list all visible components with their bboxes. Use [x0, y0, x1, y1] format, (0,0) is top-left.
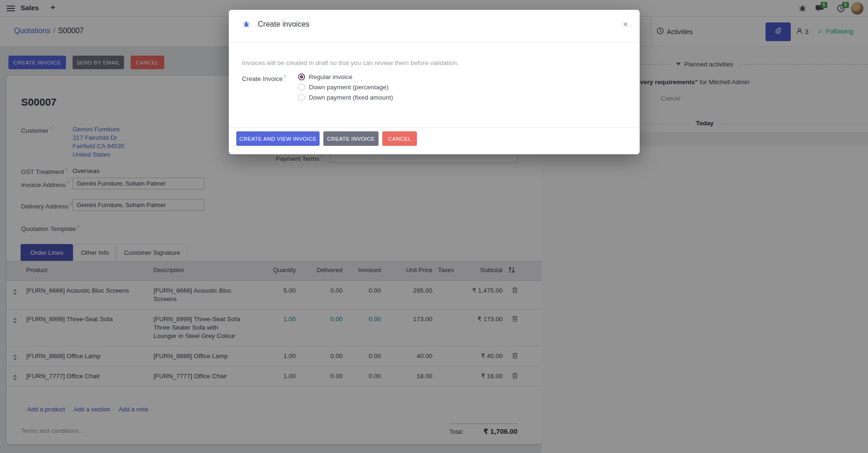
dialog-bug-icon	[243, 21, 250, 30]
create-and-view-invoice-button[interactable]: CREATE AND VIEW INVOICE	[236, 131, 320, 146]
radio-selected-icon	[298, 73, 305, 80]
dialog-title: Create invoices	[258, 20, 309, 29]
dialog-hint-text: Invoices will be created in draft so tha…	[242, 59, 459, 66]
radio-unselected-icon	[298, 84, 305, 91]
dialog-footer-divider	[229, 127, 640, 128]
modal-create-invoice-button[interactable]: CREATE INVOICE	[323, 131, 379, 146]
radio-down-payment-percentage[interactable]: Down payment (percentage)	[298, 84, 388, 91]
radio-down-payment-fixed[interactable]: Down payment (fixed amount)	[298, 94, 393, 101]
create-invoices-dialog: Create invoices × Invoices will be creat…	[229, 10, 640, 154]
radio-regular-invoice[interactable]: Regular invoice	[298, 73, 352, 80]
dialog-header-divider	[229, 42, 640, 43]
create-invoice-field-label: Create Invoice?	[242, 74, 286, 82]
modal-cancel-button[interactable]: CANCEL	[382, 131, 417, 146]
radio-unselected-icon	[298, 94, 305, 101]
close-icon[interactable]: ×	[621, 17, 630, 31]
